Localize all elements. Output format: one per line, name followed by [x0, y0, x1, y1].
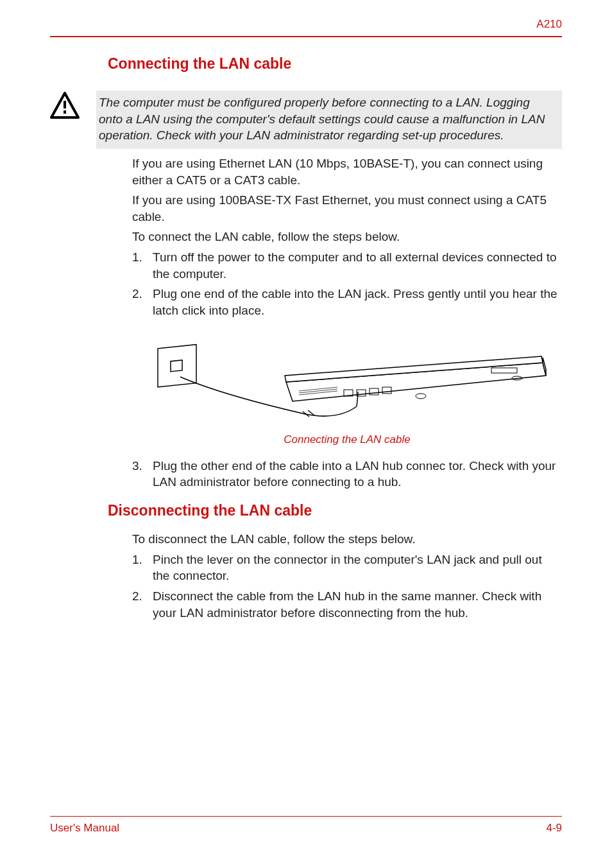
connect-steps-a: 1. Turn off the power to the computer an… [132, 249, 562, 319]
svg-rect-2 [64, 101, 66, 108]
step-number: 2. [132, 286, 153, 318]
warning-icon [50, 92, 80, 119]
footer-left: User's Manual [50, 822, 119, 835]
list-item: 2. Plug one end of the cable into the LA… [132, 286, 562, 318]
list-item: 1. Pinch the lever on the connector in t… [132, 551, 562, 584]
para-disconnect-intro: To disconnect the LAN cable, follow the … [132, 531, 562, 548]
page-content: Connecting the LAN cable The computer mu… [0, 55, 612, 621]
footer-row: User's Manual 4-9 [50, 822, 562, 835]
para-ethernet-lan: If you are using Ethernet LAN (10 Mbps, … [132, 155, 562, 188]
step-text: Disconnect the cable from the LAN hub in… [153, 588, 562, 621]
step-number: 1. [132, 249, 153, 282]
warning-text: The computer must be configured properly… [96, 91, 562, 149]
step-text: Turn off the power to the computer and t… [153, 249, 562, 282]
heading-disconnecting-lan: Disconnecting the LAN cable [108, 502, 562, 519]
para-100base-tx: If you are using 100BASE-TX Fast Etherne… [132, 192, 562, 225]
svg-rect-5 [171, 360, 182, 372]
figure-caption: Connecting the LAN cable [132, 433, 562, 446]
step-number: 3. [132, 458, 153, 490]
warning-icon-wrap [50, 91, 96, 121]
step-number: 1. [132, 551, 153, 584]
step-number: 2. [132, 588, 153, 621]
step-text: Plug one end of the cable into the LAN j… [153, 286, 562, 318]
figure-image [145, 331, 549, 427]
step-text: Pinch the lever on the connector in the … [153, 551, 562, 584]
footer-rule [50, 816, 562, 817]
header-rule [50, 36, 562, 37]
disconnect-steps: 1. Pinch the lever on the connector in t… [132, 551, 562, 621]
connect-steps-b: 3. Plug the other end of the cable into … [132, 458, 562, 490]
figure-lan-cable: Connecting the LAN cable [132, 331, 562, 446]
para-steps-intro: To connect the LAN cable, follow the ste… [132, 229, 562, 245]
heading-connecting-lan: Connecting the LAN cable [108, 55, 562, 73]
warning-block: The computer must be configured properly… [50, 91, 562, 149]
step-text: Plug the other end of the cable into a L… [153, 458, 562, 490]
list-item: 2. Disconnect the cable from the LAN hub… [132, 588, 562, 621]
list-item: 1. Turn off the power to the computer an… [132, 249, 562, 282]
svg-point-19 [416, 394, 426, 399]
page-footer: User's Manual 4-9 [50, 816, 562, 835]
model-label: A210 [50, 18, 562, 31]
page-header: A210 [0, 0, 612, 37]
svg-rect-3 [64, 110, 66, 114]
list-item: 3. Plug the other end of the cable into … [132, 458, 562, 490]
footer-page-number: 4-9 [546, 822, 562, 835]
